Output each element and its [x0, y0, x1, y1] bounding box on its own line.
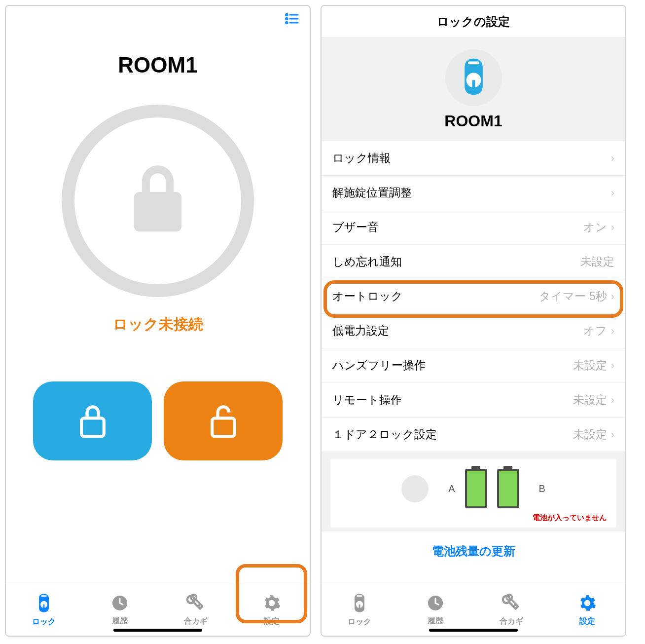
svg-point-4 — [286, 22, 287, 23]
list-icon[interactable] — [284, 11, 300, 31]
chevron-right-icon: › — [611, 290, 614, 303]
row-label: リモート操作 — [332, 392, 402, 408]
tab-key[interactable]: 合カギ — [473, 584, 549, 636]
battery-icon — [497, 469, 519, 508]
row-value: 未設定 — [573, 392, 607, 408]
battery-a-label: A — [448, 483, 455, 494]
settings-list: ロック情報 › 解施錠位置調整 › ブザー音 オン› しめ忘れ通知 未設定 オー… — [322, 141, 625, 452]
phone-lock-screen: ROOM1 ロック未接続 ロック 履歴 — [5, 5, 311, 637]
unlock-button[interactable] — [164, 381, 283, 460]
device-avatar — [445, 49, 502, 106]
clock-icon — [427, 594, 444, 614]
row-label: しめ忘れ通知 — [332, 254, 402, 269]
row-value: オン — [583, 220, 607, 235]
chevron-right-icon: › — [611, 221, 614, 234]
svg-rect-19 — [359, 604, 360, 608]
battery-icon — [465, 469, 487, 508]
lock-button[interactable] — [33, 381, 152, 460]
row-lowpower[interactable]: 低電力設定 オフ› — [322, 314, 625, 348]
clock-icon — [111, 594, 129, 614]
update-battery-link[interactable]: 電池残量の更新 — [322, 531, 625, 562]
chevron-right-icon: › — [611, 428, 614, 441]
svg-point-0 — [286, 14, 287, 15]
row-autolock[interactable]: オートロック タイマー 5秒› — [322, 279, 625, 314]
row-label: １ドア２ロック設定 — [332, 427, 437, 442]
tab-label: 合カギ — [500, 616, 523, 627]
device-name: ROOM1 — [322, 112, 625, 130]
home-indicator[interactable] — [113, 629, 202, 632]
svg-rect-16 — [472, 80, 475, 89]
battery-card: A B 電池が入っていません — [330, 459, 616, 528]
battery-section: A B 電池が入っていません — [322, 452, 625, 531]
row-label: 低電力設定 — [332, 323, 389, 339]
lock-icon — [126, 163, 190, 239]
tab-label: 履歴 — [112, 616, 128, 626]
action-buttons — [6, 381, 310, 460]
row-label: ブザー音 — [332, 220, 379, 235]
key-icon — [186, 594, 206, 614]
lock-status-circle[interactable] — [62, 105, 254, 297]
smartlock-icon — [460, 58, 487, 97]
header: ロックの設定 — [322, 6, 625, 38]
gear-icon — [578, 594, 597, 614]
battery-status-dot — [401, 475, 429, 502]
svg-rect-10 — [43, 604, 45, 608]
row-label: ロック情報 — [332, 151, 391, 166]
row-value: 未設定 — [580, 254, 614, 269]
tab-lock[interactable]: ロック — [6, 584, 82, 636]
svg-rect-7 — [212, 418, 235, 436]
smartlock-icon — [35, 593, 53, 615]
chevron-right-icon: › — [611, 325, 614, 338]
battery-warning: 電池が入っていません — [340, 513, 607, 523]
tab-key[interactable]: 合カギ — [158, 584, 234, 636]
row-position[interactable]: 解施錠位置調整 › — [322, 176, 625, 210]
row-value: 未設定 — [573, 427, 607, 442]
tab-label: 設定 — [579, 616, 595, 627]
header — [6, 6, 310, 36]
home-indicator[interactable] — [429, 629, 518, 632]
tab-label: 設定 — [264, 616, 280, 627]
tab-history[interactable]: 履歴 — [397, 584, 473, 636]
row-label: ハンズフリー操作 — [332, 358, 426, 373]
chevron-right-icon: › — [611, 359, 614, 372]
device-header: ROOM1 — [322, 38, 625, 141]
tab-label: ロック — [32, 617, 56, 627]
svg-point-2 — [286, 18, 287, 19]
gear-icon — [262, 594, 281, 614]
tab-bar: ロック 履歴 合カギ 設定 — [322, 584, 625, 636]
tab-label: 合カギ — [184, 616, 208, 627]
row-value: 未設定 — [573, 358, 607, 373]
key-icon — [502, 594, 521, 614]
row-value: オフ — [583, 323, 607, 339]
svg-rect-6 — [81, 418, 104, 436]
row-label: オートロック — [332, 289, 403, 304]
row-lock-info[interactable]: ロック情報 › — [322, 141, 625, 176]
smartlock-icon — [351, 593, 368, 615]
tab-settings[interactable]: 設定 — [549, 584, 625, 636]
chevron-right-icon: › — [611, 394, 614, 407]
chevron-right-icon: › — [611, 152, 614, 165]
row-buzzer[interactable]: ブザー音 オン› — [322, 210, 625, 245]
tab-settings[interactable]: 設定 — [234, 584, 310, 636]
svg-rect-17 — [357, 595, 362, 597]
row-forgot-notify[interactable]: しめ忘れ通知 未設定 — [322, 245, 625, 279]
phone-settings-screen: ロックの設定 ROOM1 ロック情報 › 解施錠位置調整 › ブザー音 オン› … — [321, 5, 626, 637]
room-title: ROOM1 — [6, 53, 310, 77]
tab-label: ロック — [348, 617, 371, 627]
row-label: 解施錠位置調整 — [332, 185, 412, 200]
tab-history[interactable]: 履歴 — [82, 584, 158, 636]
tab-lock[interactable]: ロック — [322, 584, 397, 636]
battery-b-label: B — [539, 483, 545, 494]
tab-bar: ロック 履歴 合カギ 設定 — [6, 584, 310, 636]
row-onedoor-twolock[interactable]: １ドア２ロック設定 未設定› — [322, 417, 625, 452]
tab-label: 履歴 — [428, 616, 443, 626]
chevron-right-icon: › — [611, 187, 614, 199]
row-remote[interactable]: リモート操作 未設定› — [322, 383, 625, 417]
row-value: タイマー 5秒 — [539, 289, 607, 304]
row-handsfree[interactable]: ハンズフリー操作 未設定› — [322, 348, 625, 383]
page-title: ロックの設定 — [437, 14, 510, 30]
svg-rect-8 — [41, 595, 46, 597]
svg-rect-14 — [468, 62, 479, 65]
lock-status-text: ロック未接続 — [6, 314, 310, 335]
